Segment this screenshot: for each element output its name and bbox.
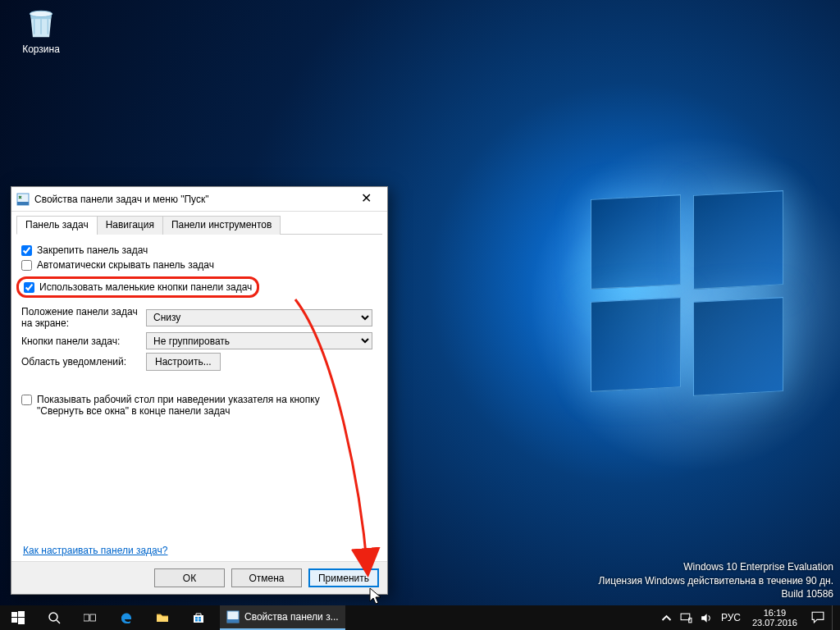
speaker-icon: [700, 612, 712, 624]
peek-input[interactable]: [21, 395, 32, 405]
notif-area-label: Область уведомлений:: [21, 356, 146, 368]
edge-icon: [120, 611, 133, 624]
ok-button[interactable]: ОК: [154, 568, 225, 587]
tab-toolbars[interactable]: Панели инструментов: [162, 216, 281, 235]
recycle-bin-label: Корзина: [22, 43, 60, 55]
taskbar-properties-dialog: Свойства панели задач и меню "Пуск" ✕ Па…: [11, 186, 388, 595]
taskbar-app-active[interactable]: Свойства панели з...: [220, 605, 345, 630]
tray-language[interactable]: РУС: [716, 612, 746, 623]
svg-rect-12: [199, 617, 201, 619]
svg-rect-16: [227, 619, 239, 623]
svg-rect-5: [11, 618, 17, 623]
file-explorer-button[interactable]: [144, 605, 180, 630]
show-desktop-button[interactable]: [832, 605, 837, 630]
help-link[interactable]: Как настраивать панели задач?: [23, 545, 167, 556]
dialog-button-row: ОК Отмена Применить: [11, 561, 387, 594]
peek-checkbox[interactable]: Показывать рабочий стол при наведении ук…: [21, 394, 377, 417]
wallpaper-windows-logo: [574, 180, 820, 427]
customize-button[interactable]: Настроить...: [146, 353, 221, 371]
taskbar-app-label: Свойства панели з...: [244, 611, 339, 623]
buttons-select[interactable]: Не группировать: [146, 332, 372, 349]
tray-network[interactable]: [677, 611, 696, 623]
svg-rect-11: [195, 617, 198, 619]
close-button[interactable]: ✕: [349, 188, 382, 211]
lock-taskbar-input[interactable]: [21, 245, 32, 256]
apply-button[interactable]: Применить: [308, 568, 379, 587]
folder-icon: [156, 611, 169, 624]
autohide-checkbox[interactable]: Автоматически скрывать панель задач: [21, 259, 377, 271]
tab-content: Закрепить панель задач Автоматически скр…: [11, 235, 387, 420]
lock-taskbar-checkbox[interactable]: Закрепить панель задач: [21, 244, 377, 256]
small-buttons-input[interactable]: [24, 282, 34, 293]
svg-rect-9: [84, 614, 89, 621]
dialog-title: Свойства панели задач и меню "Пуск": [34, 194, 349, 205]
taskbar-spacer: [345, 605, 654, 630]
desktop[interactable]: Корзина Windows 10 Enterprise Evaluation…: [0, 0, 840, 630]
help-link-row: Как настраивать панели задач?: [23, 545, 167, 556]
notification-area-row: Область уведомлений: Настроить...: [21, 353, 377, 371]
search-button[interactable]: [36, 605, 72, 630]
recycle-bin-icon[interactable]: Корзина: [12, 4, 70, 55]
start-button[interactable]: [0, 605, 36, 630]
edge-button[interactable]: [108, 605, 144, 630]
windows-logo-icon: [11, 611, 25, 624]
small-buttons-checkbox[interactable]: Использовать маленькие кнопки панели зад…: [24, 281, 252, 293]
dialog-icon: [226, 610, 240, 623]
store-button[interactable]: [180, 605, 217, 630]
autohide-input[interactable]: [21, 260, 32, 271]
tray-action-center[interactable]: [804, 610, 832, 626]
position-label: Положение панели задач на экране:: [21, 306, 146, 329]
task-view-button[interactable]: [72, 605, 108, 630]
svg-rect-4: [18, 611, 25, 617]
svg-rect-3: [11, 612, 17, 617]
search-icon: [48, 611, 61, 624]
buttons-label: Кнопки панели задач:: [21, 336, 146, 347]
chevron-up-icon: [660, 612, 673, 624]
svg-rect-6: [18, 618, 25, 624]
task-view-icon: [84, 611, 97, 624]
svg-line-8: [57, 620, 60, 623]
tab-navigation[interactable]: Навигация: [97, 216, 163, 235]
trash-icon: [23, 4, 59, 40]
action-center-icon: [811, 610, 824, 623]
tab-taskbar[interactable]: Панель задач: [16, 216, 98, 235]
tray-clock[interactable]: 16:19 23.07.2016: [746, 608, 804, 628]
tab-strip: Панель задач Навигация Панели инструмент…: [16, 215, 382, 235]
activation-watermark: Windows 10 Enterprise Evaluation Лицензи…: [599, 560, 833, 600]
store-icon: [192, 611, 205, 624]
system-tray: РУС 16:19 23.07.2016: [654, 605, 840, 630]
cancel-button[interactable]: Отмена: [231, 568, 302, 587]
dialog-titlebar[interactable]: Свойства панели задач и меню "Пуск" ✕: [11, 187, 387, 212]
svg-rect-2: [17, 202, 29, 205]
tray-chevron[interactable]: [657, 611, 677, 623]
annotation-highlight: Использовать маленькие кнопки панели зад…: [16, 276, 259, 298]
tray-volume[interactable]: [696, 611, 716, 623]
buttons-row: Кнопки панели задач: Не группировать: [21, 332, 377, 349]
dialog-icon: [16, 193, 30, 206]
svg-point-0: [30, 11, 52, 16]
position-row: Положение панели задач на экране: Снизу: [21, 306, 377, 329]
svg-point-7: [49, 613, 57, 621]
svg-rect-10: [90, 614, 95, 621]
svg-rect-13: [195, 619, 198, 622]
position-select[interactable]: Снизу: [146, 309, 372, 326]
network-icon: [680, 612, 692, 624]
taskbar: Свойства панели з... РУС 16:19 23.07.201…: [0, 605, 840, 630]
svg-rect-14: [199, 619, 201, 622]
